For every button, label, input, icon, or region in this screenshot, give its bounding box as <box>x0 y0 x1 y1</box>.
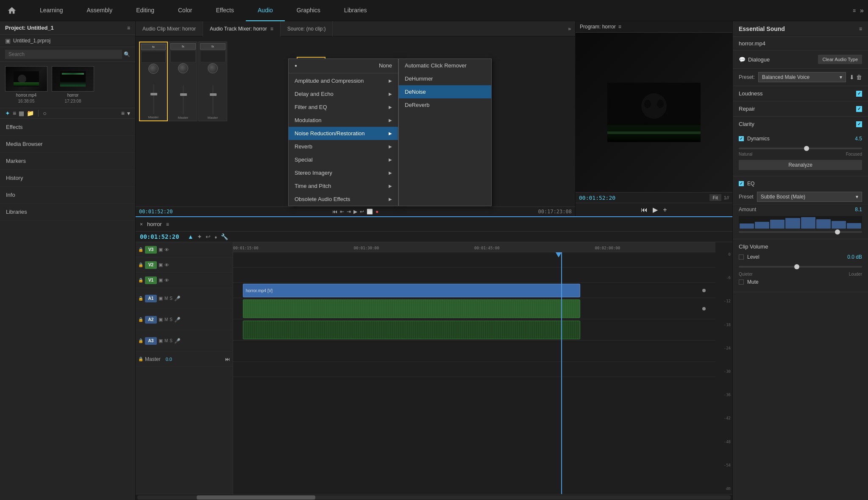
essential-menu-button[interactable]: ≡ <box>859 26 862 32</box>
fader-thumb-3[interactable] <box>210 93 217 96</box>
fx-button-3[interactable]: fx <box>200 43 225 50</box>
lock-a2[interactable]: 🔒 <box>138 317 143 322</box>
pan-knob-2[interactable] <box>178 63 188 73</box>
tab-source[interactable]: Source: (no clip:) <box>281 21 333 36</box>
track-vis-a1[interactable]: ▣ <box>159 296 163 301</box>
lock-a3[interactable]: 🔒 <box>138 338 143 343</box>
track-solo-a3[interactable]: S <box>170 338 172 343</box>
fx-button-2[interactable]: fx <box>170 43 196 50</box>
track-mute-a2[interactable]: M <box>164 317 168 322</box>
dropdown-reverb[interactable]: Reverb ▶ <box>289 140 398 153</box>
project-menu-button[interactable]: ≡ <box>127 25 130 31</box>
repair-checkbox[interactable]: ✓ <box>856 106 862 112</box>
program-add-marker[interactable]: + <box>663 206 667 214</box>
preset-delete-button[interactable]: 🗑 <box>856 74 862 81</box>
tab-libraries[interactable]: Libraries <box>332 0 379 21</box>
tab-learning[interactable]: Learning <box>28 0 75 21</box>
sidebar-item-info[interactable]: Info <box>0 187 135 204</box>
search-icon[interactable]: 🔍 <box>124 51 130 57</box>
search-input[interactable] <box>5 50 122 59</box>
fader-thumb-1[interactable] <box>150 93 157 95</box>
icon-list-add[interactable]: ✦ <box>5 110 10 117</box>
timeline-menu-button[interactable]: ≡ <box>166 221 169 227</box>
lock-v1[interactable]: 🔒 <box>138 278 143 282</box>
tab-color[interactable]: Color <box>166 0 204 21</box>
tab-audio-track-menu-icon[interactable]: ≡ <box>270 26 273 32</box>
track-vis-a3[interactable]: ▣ <box>159 338 163 344</box>
sidebar-item-effects[interactable]: Effects <box>0 119 135 136</box>
dropdown-modulation[interactable]: Modulation ▶ <box>289 114 398 127</box>
export-button[interactable]: ⬜ <box>367 209 373 215</box>
dropdown-delay-echo[interactable]: Delay and Echo ▶ <box>289 87 398 101</box>
sidebar-item-history[interactable]: History <box>0 170 135 187</box>
clarity-checkbox[interactable]: ✓ <box>856 121 862 127</box>
tab-effects[interactable]: Effects <box>204 0 246 21</box>
submenu-dereverb[interactable]: DeReverb <box>399 98 491 112</box>
track-eye-v2[interactable]: 👁 <box>164 263 169 268</box>
reanalyze-button[interactable]: Reanalyze <box>739 160 862 170</box>
track-eye-v3[interactable]: 👁 <box>164 247 169 252</box>
dropdown-special[interactable]: Special ▶ <box>289 153 398 166</box>
dropdown-obsolete[interactable]: Obsolete Audio Effects ▶ <box>289 193 398 206</box>
thumbnail-horror-mp4[interactable]: horror.mp4 16:38:05 <box>5 66 47 103</box>
fit-dropdown[interactable]: Fit <box>709 194 721 201</box>
lock-v3[interactable]: 🔒 <box>138 247 143 252</box>
icon-folder[interactable]: 📁 <box>27 110 34 117</box>
icon-grid-view[interactable]: ▦ <box>19 110 24 117</box>
master-skip-end[interactable]: ⏭ <box>225 356 230 362</box>
lock-a1[interactable]: 🔒 <box>138 296 143 301</box>
fader-thumb-2[interactable] <box>180 93 187 96</box>
tab-editing[interactable]: Editing <box>124 0 166 21</box>
level-slider[interactable] <box>739 266 862 268</box>
submenu-denoise[interactable]: DeNoise <box>399 85 491 98</box>
eq-amount-slider-thumb[interactable] <box>835 229 840 235</box>
pan-knob-1[interactable] <box>148 64 159 74</box>
eq-amount-slider[interactable] <box>739 231 862 233</box>
track-mic-a2[interactable]: 🎤 <box>174 317 181 323</box>
tab-audio-track-mixer[interactable]: Audio Track Mixer: horror ≡ <box>203 21 281 36</box>
lock-master[interactable]: 🔒 <box>138 357 143 361</box>
thumbnail-horror[interactable]: horror 17:23:08 <box>52 66 94 103</box>
dynamics-checkbox[interactable]: ✓ <box>739 136 744 141</box>
program-skip-back[interactable]: ⏮ <box>641 206 648 214</box>
timeline-scroll-thumb-1[interactable] <box>197 495 315 500</box>
expand-button[interactable]: » <box>860 7 864 14</box>
eq-preset-dropdown[interactable]: Subtle Boost (Male) ▾ <box>757 192 862 202</box>
icon-list-view[interactable]: ≡ <box>13 110 16 117</box>
step-fwd-button[interactable]: ⇥ <box>347 209 351 215</box>
dropdown-none[interactable]: ● None <box>289 59 398 72</box>
level-slider-thumb[interactable] <box>794 264 799 269</box>
program-monitor-menu[interactable]: ≡ <box>618 24 621 30</box>
icon-chevron[interactable]: ▾ <box>127 110 130 117</box>
hamburger-menu[interactable]: ≡ <box>853 8 856 14</box>
track-mic-a1[interactable]: 🎤 <box>174 296 181 302</box>
mute-checkbox[interactable] <box>739 279 744 285</box>
track-mute-a1[interactable]: M <box>164 296 168 301</box>
track-visibility-v3[interactable]: ▣ <box>159 247 163 252</box>
razor-tool[interactable]: ⬧ <box>214 233 217 240</box>
slip-tool[interactable]: 🔧 <box>221 233 228 240</box>
dropdown-stereo-imagery[interactable]: Stereo Imagery ▶ <box>289 166 398 179</box>
submenu-auto-click[interactable]: Automatic Click Remover <box>399 59 491 72</box>
track-solo-a1[interactable]: S <box>170 296 172 301</box>
clear-audio-type-button[interactable]: Clear Audio Type <box>818 55 862 64</box>
timeline-scroll-track[interactable] <box>137 495 731 500</box>
tab-audio[interactable]: Audio <box>246 0 285 21</box>
tab-graphics[interactable]: Graphics <box>285 0 332 21</box>
submenu-dehummer[interactable]: DeHummer <box>399 72 491 85</box>
sidebar-item-media-browser[interactable]: Media Browser <box>0 136 135 153</box>
clarity-header[interactable]: Clarity ✓ <box>733 117 868 131</box>
level-checkbox[interactable] <box>739 254 744 260</box>
dynamics-slider-thumb[interactable] <box>804 146 809 151</box>
dropdown-filter-eq[interactable]: Filter and EQ ▶ <box>289 101 398 114</box>
eq-checkbox[interactable]: ✓ <box>739 181 744 186</box>
panel-expand-button[interactable]: » <box>564 26 575 32</box>
dropdown-amplitude[interactable]: Amplitude and Compression ▶ <box>289 74 398 87</box>
track-visibility-v1[interactable]: ▣ <box>159 277 163 283</box>
track-mute-a3[interactable]: M <box>164 338 168 343</box>
icon-circle[interactable]: ○ <box>43 110 46 117</box>
track-select-tool[interactable]: ✦ <box>197 233 202 240</box>
preset-download-button[interactable]: ⬇ <box>849 74 854 81</box>
sidebar-item-libraries[interactable]: Libraries <box>0 204 135 221</box>
loop-button[interactable]: ↩ <box>360 209 364 215</box>
